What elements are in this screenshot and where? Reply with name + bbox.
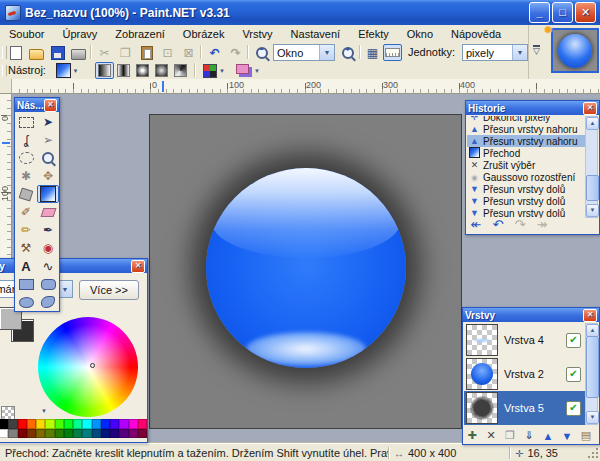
tool-rectangle-select[interactable] — [15, 113, 37, 131]
palette-swatch[interactable] — [55, 429, 64, 439]
tool-magic-wand[interactable]: ✱ — [15, 167, 37, 185]
palette-swatch[interactable] — [73, 429, 82, 439]
tool-line-curve[interactable]: ∿ — [37, 257, 59, 275]
palette-swatch[interactable] — [92, 429, 101, 439]
palette-swatch[interactable] — [110, 419, 119, 429]
gradient-type-radial[interactable] — [152, 62, 171, 79]
crop-button[interactable]: ⊡ — [158, 44, 177, 61]
palette-swatch[interactable] — [129, 429, 138, 439]
palette-swatch[interactable] — [45, 429, 54, 439]
gradient-type-conical[interactable] — [171, 62, 190, 79]
history-item[interactable]: ▼Přesun vrstvy dolů — [467, 183, 585, 195]
layer-visibility-checkbox[interactable]: ✔ — [566, 367, 581, 382]
layer-row[interactable]: Vrstva 2 ✔ — [464, 357, 585, 391]
palette-swatch[interactable] — [0, 419, 8, 429]
resize-grip[interactable] — [587, 447, 600, 460]
palette-swatch[interactable] — [55, 419, 64, 429]
layer-visibility-checkbox[interactable]: ✔ — [566, 401, 581, 416]
zoom-out-button[interactable]: − — [252, 44, 271, 61]
tool-move-selection[interactable]: ➢ — [37, 131, 59, 149]
tool-rounded-rectangle[interactable] — [37, 275, 59, 293]
scroll-down-icon[interactable]: ▼ — [586, 411, 599, 424]
maximize-button[interactable]: □ — [552, 2, 573, 23]
history-item-selected[interactable]: ▲Přesun vrstvy nahoru — [467, 135, 585, 147]
palette-swatch[interactable] — [27, 419, 36, 429]
tool-eraser[interactable] — [37, 203, 59, 221]
duplicate-layer-button[interactable]: ❐ — [503, 429, 517, 442]
menu-upravy[interactable]: Úpravy — [53, 26, 106, 42]
palette-swatch[interactable] — [0, 429, 8, 439]
history-item[interactable]: ✕Zrušit výběr — [467, 159, 585, 171]
merge-layer-down-button[interactable]: ⇓ — [522, 429, 536, 442]
palette-swatch[interactable] — [36, 419, 45, 429]
ruler-toggle-button[interactable] — [383, 44, 402, 61]
palette-swatch[interactable] — [45, 419, 54, 429]
scroll-up-icon[interactable]: ▲ — [586, 117, 599, 130]
gradient-type-linear-reflected[interactable] — [114, 62, 133, 79]
menu-vrstvy[interactable]: Vrstvy — [233, 26, 281, 42]
close-button[interactable]: ✕ — [575, 2, 596, 23]
history-fastforward-button[interactable]: ↠ — [534, 217, 550, 232]
history-item[interactable]: ●Gaussovo rozostření — [467, 171, 585, 183]
tool-pan[interactable]: ✥ — [37, 167, 59, 185]
tool-move-selected-pixels[interactable]: ➤ — [37, 113, 59, 131]
scrollbar-thumb[interactable] — [586, 336, 599, 398]
deselect-button[interactable]: ⊠ — [179, 44, 198, 61]
history-panel-titlebar[interactable]: Historie ✕ — [466, 101, 599, 115]
palette-swatch[interactable] — [8, 429, 17, 439]
menu-soubor[interactable]: Soubor — [0, 26, 53, 42]
image-thumbnail[interactable] — [551, 28, 599, 73]
tool-clone-stamp[interactable]: ⚒ — [15, 239, 37, 257]
palette-swatch[interactable] — [119, 419, 128, 429]
gradient-type-diamond[interactable] — [133, 62, 152, 79]
history-undo-button[interactable]: ↶ — [490, 217, 506, 232]
menu-efekty[interactable]: Efekty — [349, 26, 398, 42]
image-list-chevron-icon[interactable]: ▽ — [533, 45, 540, 56]
menu-zobrazeni[interactable]: Zobrazení — [106, 26, 174, 42]
palette-swatch[interactable] — [8, 419, 17, 429]
current-tool-button[interactable]: ▼ — [52, 62, 82, 79]
move-layer-up-button[interactable]: ▲ — [541, 430, 555, 442]
palette-swatch[interactable] — [64, 419, 73, 429]
tools-panel-titlebar[interactable]: Nás... ✕ — [15, 98, 59, 112]
palette-swatch[interactable] — [82, 419, 91, 429]
palette-swatch[interactable] — [82, 429, 91, 439]
tool-text[interactable]: A — [15, 257, 37, 275]
tools-panel-close-button[interactable]: ✕ — [44, 99, 57, 112]
scroll-down-icon[interactable]: ▼ — [586, 204, 599, 217]
palette-swatch[interactable] — [138, 419, 147, 429]
copy-button[interactable]: ❐ — [116, 44, 135, 61]
add-layer-button[interactable]: ✚ — [465, 429, 479, 442]
palette-swatch[interactable] — [27, 429, 36, 439]
grid-toggle-button[interactable]: ▦ — [363, 44, 382, 61]
layer-visibility-checkbox[interactable]: ✔ — [566, 333, 581, 348]
redo-button[interactable]: ↷ — [226, 44, 245, 61]
palette-swatch[interactable] — [129, 419, 138, 429]
tool-color-picker[interactable]: ✒ — [37, 221, 59, 239]
print-button[interactable] — [69, 44, 88, 61]
tool-ellipse-select[interactable] — [15, 149, 37, 167]
palette-swatch[interactable] — [110, 429, 119, 439]
open-button[interactable] — [27, 44, 46, 61]
palette-swatch[interactable] — [101, 429, 110, 439]
canvas[interactable] — [150, 115, 461, 428]
tool-gradient[interactable] — [37, 185, 59, 203]
history-redo-button[interactable]: ↷ — [512, 217, 528, 232]
tool-rectangle[interactable] — [15, 275, 37, 293]
tool-lasso-select[interactable]: ʆ — [15, 131, 37, 149]
tool-ellipse[interactable] — [15, 293, 37, 311]
layers-scrollbar[interactable]: ▲ ▼ — [585, 323, 598, 425]
tool-paintbrush[interactable]: ✐ — [15, 203, 37, 221]
zoom-select[interactable]: Okno ▼ — [273, 44, 335, 61]
history-item[interactable]: Přechod — [467, 147, 585, 159]
layer-row[interactable]: Vrstva 4 ✔ — [464, 323, 585, 357]
palette-swatch[interactable] — [18, 429, 27, 439]
move-layer-down-button[interactable]: ▼ — [560, 430, 574, 442]
gradient-type-linear[interactable] — [95, 62, 114, 79]
zoom-in-button[interactable]: + — [338, 44, 357, 61]
minimize-button[interactable]: _ — [529, 2, 550, 23]
menu-napoveda[interactable]: Nápověda — [442, 26, 510, 42]
palette-swatch[interactable] — [18, 419, 27, 429]
more-button[interactable]: Více >> — [79, 280, 139, 300]
color-wheel[interactable] — [38, 317, 138, 417]
